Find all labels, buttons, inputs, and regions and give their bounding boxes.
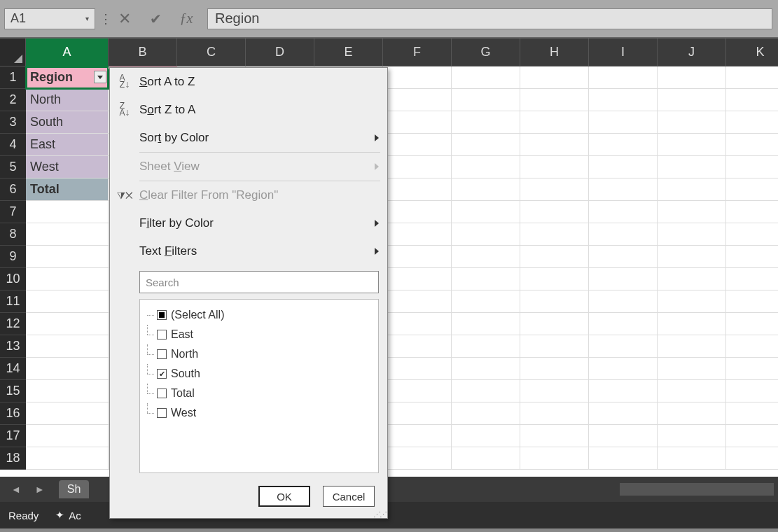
cell-I9[interactable] [589,246,658,268]
cell-J5[interactable] [658,156,726,178]
cell-I7[interactable] [589,201,658,223]
name-box[interactable]: A1 ▾ [4,8,95,29]
cell-H16[interactable] [520,402,589,425]
cell-G5[interactable] [452,156,520,178]
cell-K8[interactable] [726,223,778,246]
cell-J14[interactable] [658,358,726,380]
cell-F13[interactable] [383,335,452,358]
row-header-8[interactable]: 8 [0,223,26,246]
cell-J12[interactable] [658,313,726,335]
cell-I6[interactable] [589,178,658,201]
cell-K14[interactable] [726,358,778,380]
formula-bar-separator[interactable]: ⋮ [99,11,109,27]
cell-J16[interactable] [658,402,726,425]
column-header-D[interactable]: D [246,38,314,66]
checkbox[interactable] [157,310,167,320]
column-header-F[interactable]: F [383,38,452,66]
cell-A9[interactable] [26,246,109,268]
cell-K16[interactable] [726,402,778,425]
cell-F18[interactable] [383,447,452,470]
sheet-tab[interactable]: Sh [59,480,90,498]
row-header-9[interactable]: 9 [0,246,26,268]
cell-A5[interactable]: West [26,156,109,178]
cell-I16[interactable] [589,402,658,425]
cell-F8[interactable] [383,223,452,246]
filter-option[interactable]: (Select All) [143,305,375,325]
cell-K15[interactable] [726,380,778,402]
cell-F4[interactable] [383,134,452,156]
column-header-B[interactable]: B [109,38,177,66]
cell-G14[interactable] [452,358,520,380]
row-header-5[interactable]: 5 [0,156,26,178]
row-header-10[interactable]: 10 [0,268,26,290]
fx-button[interactable]: ƒx [171,0,202,38]
cell-F17[interactable] [383,425,452,447]
cell-G2[interactable] [452,89,520,111]
row-header-16[interactable]: 16 [0,402,26,425]
row-header-7[interactable]: 7 [0,201,26,223]
row-header-14[interactable]: 14 [0,358,26,380]
filter-by-color[interactable]: Filter by Color [110,209,387,237]
cell-H13[interactable] [520,335,589,358]
cell-F6[interactable] [383,178,452,201]
sort-by-color[interactable]: Sort by Color [110,124,387,152]
cell-F16[interactable] [383,402,452,425]
cell-G4[interactable] [452,134,520,156]
cell-H6[interactable] [520,178,589,201]
row-header-3[interactable]: 3 [0,111,26,134]
cell-I17[interactable] [589,425,658,447]
cell-J2[interactable] [658,89,726,111]
cell-F1[interactable] [383,66,452,89]
filter-option[interactable]: East [143,325,375,344]
sheet-nav-prev-icon[interactable]: ◄ [4,484,28,495]
cell-J11[interactable] [658,290,726,313]
cell-A1[interactable]: Region [26,66,109,89]
cell-H10[interactable] [520,268,589,290]
cell-A2[interactable]: North [26,89,109,111]
filter-option[interactable]: Total [143,384,375,403]
cancel-button[interactable]: Cancel [323,486,375,507]
cell-J4[interactable] [658,134,726,156]
row-header-2[interactable]: 2 [0,89,26,111]
filter-option[interactable]: North [143,344,375,364]
cell-A14[interactable] [26,358,109,380]
cell-A10[interactable] [26,268,109,290]
checkbox[interactable] [157,369,167,379]
checkbox[interactable] [157,330,167,340]
cell-I2[interactable] [589,89,658,111]
checkbox[interactable] [157,349,167,359]
select-all-corner[interactable] [0,38,26,66]
cell-A12[interactable] [26,313,109,335]
cell-K17[interactable] [726,425,778,447]
horizontal-scrollbar[interactable] [620,483,774,496]
cell-K11[interactable] [726,290,778,313]
column-header-A[interactable]: A [26,38,109,66]
cell-I11[interactable] [589,290,658,313]
formula-input[interactable]: Region [207,8,772,29]
column-header-H[interactable]: H [520,38,589,66]
cell-I10[interactable] [589,268,658,290]
cancel-edit-button[interactable]: ✕ [109,0,140,38]
row-header-17[interactable]: 17 [0,425,26,447]
cell-G3[interactable] [452,111,520,134]
row-header-4[interactable]: 4 [0,134,26,156]
cell-H15[interactable] [520,380,589,402]
cell-I1[interactable] [589,66,658,89]
cell-K4[interactable] [726,134,778,156]
cell-G15[interactable] [452,380,520,402]
cell-I15[interactable] [589,380,658,402]
column-header-G[interactable]: G [452,38,520,66]
cell-K3[interactable] [726,111,778,134]
cell-K6[interactable] [726,178,778,201]
cell-I8[interactable] [589,223,658,246]
sort-z-to-a[interactable]: ZA↓ Sort Z to A [110,96,387,124]
ok-button[interactable]: OK [258,486,310,507]
cell-A18[interactable] [26,447,109,470]
row-header-1[interactable]: 1 [0,66,26,89]
row-header-6[interactable]: 6 [0,178,26,201]
cell-I3[interactable] [589,111,658,134]
cell-K5[interactable] [726,156,778,178]
column-header-J[interactable]: J [658,38,726,66]
filter-search-input[interactable]: Search [139,271,379,293]
cell-A11[interactable] [26,290,109,313]
